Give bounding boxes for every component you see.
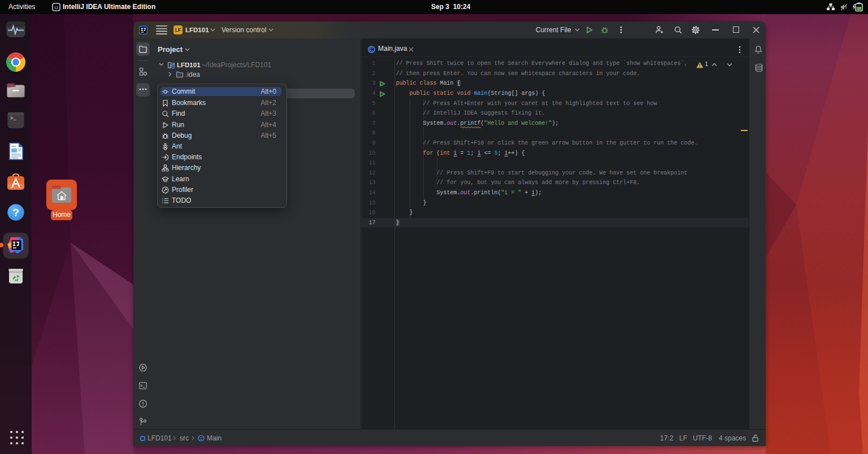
- svg-text:IJ: IJ: [54, 5, 58, 10]
- svg-text:C: C: [199, 436, 202, 440]
- svg-text:?: ?: [12, 207, 19, 219]
- svg-text:>_: >_: [10, 116, 16, 121]
